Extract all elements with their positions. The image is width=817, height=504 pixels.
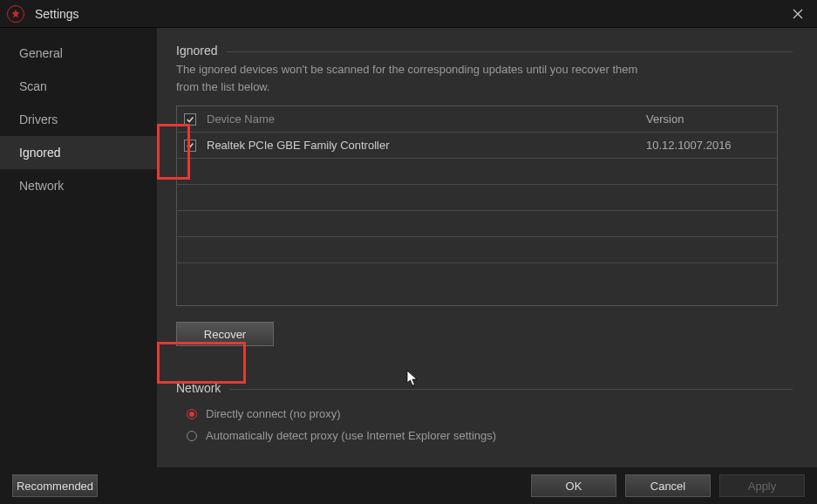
button-label: OK <box>566 480 582 493</box>
apply-button: Apply <box>719 474 805 497</box>
row-version: 10.12.1007.2016 <box>646 139 777 152</box>
sidebar: General Scan Drivers Ignored Network <box>0 28 157 467</box>
row-device-name: Realtek PCIe GBE Family Controller <box>207 139 646 152</box>
close-button[interactable] <box>786 2 810 26</box>
footer: Recommended OK Cancel Apply <box>0 467 817 504</box>
cancel-button[interactable]: Cancel <box>625 474 711 497</box>
col-header-version: Version <box>646 112 777 126</box>
recover-button-label: Recover <box>204 328 246 341</box>
table-row[interactable]: Realtek PCIe GBE Family Controller 10.12… <box>177 133 777 159</box>
radio-icon[interactable] <box>187 431 197 441</box>
titlebar: Settings <box>0 0 817 28</box>
button-label: Cancel <box>650 480 685 493</box>
empty-row <box>177 211 777 237</box>
recommended-button[interactable]: Recommended <box>12 474 98 497</box>
section-divider <box>226 51 793 52</box>
section-divider <box>229 389 793 390</box>
radio-label: Directly connect (no proxy) <box>206 407 341 420</box>
desc-line1: The ignored devices won't be scanned for… <box>176 63 637 76</box>
main-panel: Ignored The ignored devices won't be sca… <box>157 28 817 467</box>
col-header-name: Device Name <box>207 112 646 126</box>
button-label: Recommended <box>17 480 93 493</box>
ignored-description: The ignored devices won't be scanned for… <box>176 61 793 95</box>
sidebar-item-label: Ignored <box>19 146 60 160</box>
select-all-checkbox[interactable] <box>184 113 196 126</box>
sidebar-item-network[interactable]: Network <box>0 169 157 202</box>
button-label: Apply <box>748 480 777 493</box>
empty-row <box>177 237 777 263</box>
radio-label: Automatically detect proxy (use Internet… <box>206 429 496 442</box>
empty-row <box>177 159 777 185</box>
radio-icon[interactable] <box>187 409 197 419</box>
table-header: Device Name Version <box>177 106 777 133</box>
annotation-highlight <box>157 342 246 384</box>
network-section-title: Network <box>176 381 221 395</box>
recover-button[interactable]: Recover <box>176 322 274 346</box>
sidebar-item-scan[interactable]: Scan <box>0 70 157 103</box>
radio-auto-proxy[interactable]: Automatically detect proxy (use Internet… <box>176 429 793 442</box>
radio-direct-connect[interactable]: Directly connect (no proxy) <box>176 407 793 420</box>
empty-row <box>177 185 777 211</box>
ignored-section-title: Ignored <box>176 44 217 58</box>
desc-line2: from the list below. <box>176 80 270 93</box>
empty-row <box>177 263 777 289</box>
sidebar-item-label: General <box>19 46 63 60</box>
sidebar-item-general[interactable]: General <box>0 37 157 70</box>
sidebar-item-ignored[interactable]: Ignored <box>0 136 157 169</box>
window-title: Settings <box>35 7 786 21</box>
sidebar-item-drivers[interactable]: Drivers <box>0 103 157 136</box>
sidebar-item-label: Drivers <box>19 112 58 126</box>
sidebar-item-label: Network <box>19 179 64 193</box>
app-logo-icon <box>7 5 24 23</box>
sidebar-item-label: Scan <box>19 79 47 93</box>
ignored-table: Device Name Version Realtek PCIe GBE Fam… <box>176 106 778 306</box>
row-checkbox[interactable] <box>184 140 196 152</box>
ok-button[interactable]: OK <box>531 474 616 497</box>
